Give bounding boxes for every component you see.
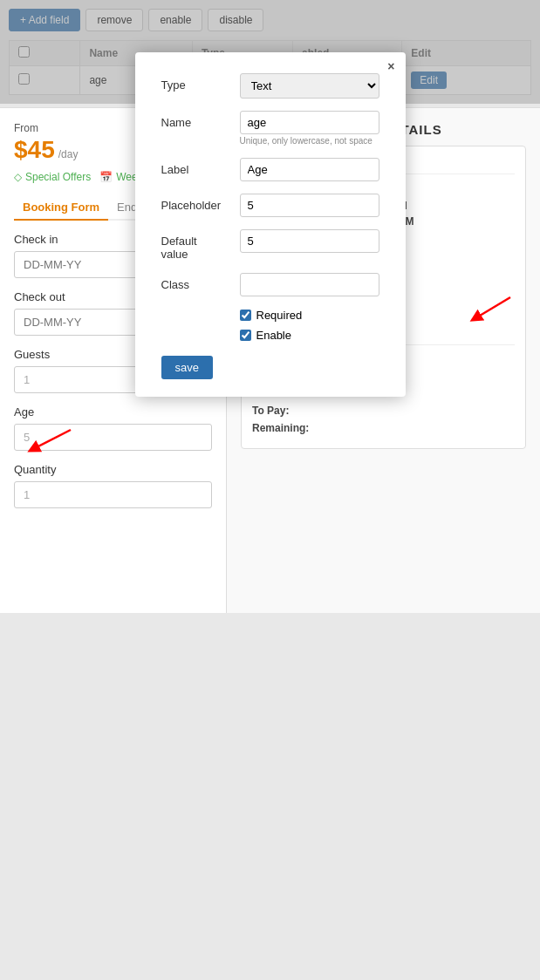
quantity-section: Quantity: [14, 463, 212, 508]
placeholder-label: Placeholder: [161, 194, 240, 212]
required-row: Required: [161, 309, 379, 322]
default-label: Default value: [161, 229, 240, 261]
placeholder-input-wrap: [240, 194, 379, 217]
diamond-icon: ◇: [14, 171, 22, 183]
class-row: Class: [161, 273, 379, 296]
type-select[interactable]: Text Number Email Select Textarea: [240, 73, 379, 99]
placeholder-row: Placeholder: [161, 194, 379, 217]
class-input-wrap: [240, 273, 379, 296]
name-row: Name Unique, only lowercase, not space: [161, 111, 379, 146]
admin-panel: + Add field remove enable disable Name T…: [0, 0, 540, 104]
to-pay-row: To Pay:: [252, 405, 515, 417]
name-input-wrap: Unique, only lowercase, not space: [240, 111, 379, 146]
required-label: Required: [256, 309, 303, 322]
modal-overlay: × Type Text Number Email Select Textarea…: [0, 0, 540, 104]
type-label: Type: [161, 73, 240, 92]
special-offers-label: Special Offers: [25, 171, 91, 183]
placeholder-input[interactable]: [240, 194, 379, 217]
default-input[interactable]: [240, 229, 379, 253]
tab-booking-form[interactable]: Booking Form: [14, 195, 108, 221]
label-row: Label: [161, 158, 379, 181]
close-icon[interactable]: ×: [387, 59, 394, 73]
age-input[interactable]: [14, 424, 212, 451]
label-input-wrap: [240, 158, 379, 181]
calendar-icon: 📅: [99, 171, 113, 183]
quantity-label: Quantity: [14, 463, 212, 476]
price-per-day: /day: [58, 148, 79, 160]
enable-row: Enable: [161, 329, 379, 342]
age-section: Age: [14, 405, 212, 451]
class-input[interactable]: [240, 273, 379, 296]
remaining-row: Remaining:: [252, 422, 515, 434]
to-pay-label: To Pay:: [252, 405, 289, 417]
type-input-wrap: Text Number Email Select Textarea: [240, 73, 379, 99]
enable-checkbox[interactable]: [240, 330, 251, 341]
quantity-input[interactable]: [14, 481, 212, 508]
default-input-wrap: [240, 229, 379, 253]
remaining-label: Remaining:: [252, 422, 309, 434]
save-button[interactable]: save: [161, 356, 213, 379]
enable-label: Enable: [256, 329, 291, 342]
name-label: Name: [161, 111, 240, 129]
special-offers-badge[interactable]: ◇ Special Offers: [14, 171, 91, 183]
default-row: Default value: [161, 229, 379, 261]
label-label: Label: [161, 158, 240, 176]
field-edit-modal: × Type Text Number Email Select Textarea…: [135, 52, 406, 397]
name-hint: Unique, only lowercase, not space: [240, 136, 379, 146]
name-input[interactable]: [240, 111, 379, 134]
price-amount: $45: [14, 136, 55, 164]
age-label: Age: [14, 405, 212, 419]
label-input[interactable]: [240, 158, 379, 181]
required-checkbox[interactable]: [240, 310, 251, 321]
type-row: Type Text Number Email Select Textarea: [161, 73, 379, 99]
class-label: Class: [161, 273, 240, 291]
